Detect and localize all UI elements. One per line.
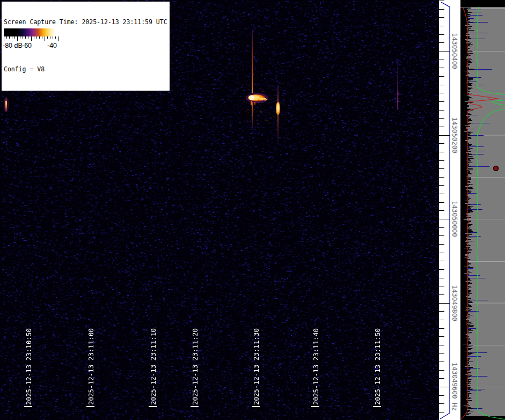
colorbar-gradient [4, 28, 57, 36]
freq-minor-tick [439, 286, 444, 286]
colorbar-tick [17, 36, 18, 41]
colorbar-tick [47, 36, 48, 39]
freq-minor-tick [439, 362, 444, 362]
freq-major-tick [439, 387, 450, 387]
freq-minor-tick [439, 336, 444, 337]
spectrogram-app: Screen Capture Time: 2025-12-13 23:11:59… [0, 0, 505, 420]
freq-minor-tick [439, 152, 444, 152]
freq-minor-tick [439, 85, 444, 85]
time-label: 2025-12-13 23:11:50 [374, 328, 382, 405]
time-label: 2025-12-13 23:11:00 [87, 328, 95, 405]
freq-minor-tick [439, 160, 444, 161]
freq-minor-tick [439, 235, 444, 236]
freq-major-tick [439, 303, 450, 304]
freq-minor-tick [439, 93, 444, 93]
freq-minor-tick [439, 168, 444, 169]
time-label: 2025-12-13 23:11:10 [149, 328, 157, 405]
freq-minor-tick [439, 320, 444, 320]
freq-minor-tick [439, 1, 444, 1]
freq-minor-tick [439, 261, 444, 261]
colorbar-tick [4, 36, 4, 41]
colorbar-tick [45, 36, 45, 41]
time-tick [149, 406, 157, 407]
colorbar-tick [50, 36, 50, 39]
freq-label: 143049600 Hz [451, 363, 458, 411]
freq-minor-tick [439, 328, 444, 329]
freq-major-tick [439, 51, 450, 51]
freq-minor-tick [439, 353, 444, 353]
colorbar-tick [6, 36, 7, 39]
time-label: 2025-12-13 23:11:30 [252, 328, 260, 405]
freq-minor-tick [439, 378, 444, 379]
freq-minor-tick [439, 294, 444, 295]
colorbar-tick [34, 36, 34, 39]
freq-minor-tick [439, 68, 444, 68]
freq-minor-tick [439, 278, 444, 278]
freq-label: 143050000 [451, 201, 458, 237]
time-tick [252, 406, 260, 407]
colorbar-tick [28, 36, 28, 39]
freq-major-tick [439, 219, 450, 219]
freq-minor-tick [439, 177, 444, 178]
colorbar-tick [36, 36, 37, 39]
freq-minor-tick [439, 60, 444, 60]
spectrum-panel-canvas [460, 0, 505, 420]
time-tick [191, 406, 199, 407]
colorbar-label-mid: -60 [22, 42, 32, 49]
freq-minor-tick [439, 403, 444, 404]
freq-minor-tick [439, 26, 444, 26]
freq-label: 143050200 [451, 117, 458, 153]
config-text: Config = V8 [4, 65, 167, 73]
colorbar-ruler [2, 36, 60, 41]
colorbar-tick [25, 36, 26, 39]
freq-minor-tick [439, 244, 444, 245]
freq-minor-tick [439, 370, 444, 371]
freq-minor-tick [439, 42, 444, 43]
freq-minor-tick [439, 143, 444, 144]
colorbar-tick [20, 36, 20, 39]
freq-label: 143050400 [451, 33, 458, 69]
time-tick [86, 406, 94, 407]
frequency-axis: 1430504001430502001430500001430498001430… [439, 0, 460, 420]
freq-minor-tick [439, 194, 444, 194]
freq-minor-tick [439, 210, 444, 211]
freq-minor-tick [439, 311, 444, 312]
time-tick [373, 406, 381, 407]
freq-major-tick [439, 135, 450, 136]
freq-label: 143049800 [451, 285, 458, 321]
time-label: 2025-12-13 23:11:20 [191, 328, 199, 405]
freq-minor-tick [439, 253, 444, 253]
freq-minor-tick [439, 101, 444, 102]
freq-minor-tick [439, 345, 444, 345]
colorbar-tick [55, 36, 56, 39]
colorbar-tick [31, 36, 32, 41]
colorbar-tick [53, 36, 53, 39]
time-tick [24, 406, 32, 407]
colorbar-label-max: -40 [47, 42, 57, 49]
freq-minor-tick [439, 269, 444, 270]
colorbar-tick [14, 36, 15, 39]
colorbar-tick [58, 36, 58, 41]
freq-minor-tick [439, 412, 444, 412]
colorbar-tick [12, 36, 12, 39]
colorbar-tick [39, 36, 40, 39]
colorbar-legend: -80 dB -60 -40 [2, 27, 60, 51]
colorbar-tick [9, 36, 10, 39]
freq-minor-tick [439, 34, 444, 35]
freq-minor-tick [439, 127, 444, 127]
freq-minor-tick [439, 118, 444, 119]
freq-minor-tick [439, 202, 444, 203]
freq-minor-tick [439, 395, 444, 396]
freq-minor-tick [439, 17, 444, 18]
time-label: 2025-12-13 23:11:40 [312, 328, 320, 405]
time-tick [311, 406, 319, 407]
freq-minor-tick [439, 110, 444, 110]
colorbar-tick [23, 36, 23, 39]
time-label: 2025-12-13 23:10:50 [25, 328, 33, 405]
capture-time-text: Screen Capture Time: 2025-12-13 23:11:59… [4, 18, 167, 26]
colorbar-label-min: -80 dB [3, 42, 23, 49]
freq-minor-tick [439, 185, 444, 186]
colorbar-tick [42, 36, 42, 39]
freq-minor-tick [439, 227, 444, 228]
freq-minor-tick [439, 9, 444, 10]
